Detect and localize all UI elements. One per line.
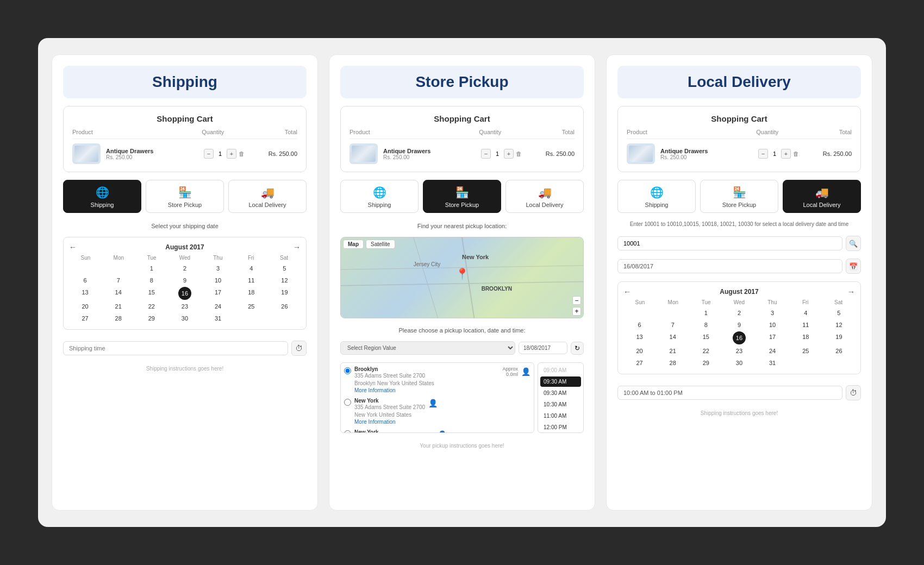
ld-zip-input[interactable] bbox=[617, 236, 842, 250]
shipping-time-wrap: ⏱ bbox=[63, 341, 307, 356]
ld-product-name: Antique Drawers bbox=[660, 148, 751, 154]
ld-cart-item: Antique Drawers Rs. 250.00 − 1 + 🗑 Rs. 2… bbox=[627, 143, 852, 164]
shipping-product-image bbox=[72, 143, 101, 164]
ld-qty-minus[interactable]: − bbox=[758, 149, 768, 159]
tab-store-pickup-label: Store Pickup bbox=[168, 202, 202, 208]
shipping-cal-next[interactable]: → bbox=[293, 243, 301, 252]
pickup-loc-newyork1-info: New York 335 Adams Street Suite 2700New … bbox=[354, 398, 425, 425]
shipping-qty-plus[interactable]: + bbox=[227, 149, 236, 159]
ld-search-btn[interactable]: 🔍 bbox=[846, 236, 861, 251]
ld-delivery-icon: 🚚 bbox=[815, 186, 829, 199]
ld-product-info: Antique Drawers Rs. 250.00 bbox=[660, 148, 751, 160]
shipping-instructions: Shipping instructions goes here! bbox=[63, 366, 307, 372]
sp-col-total: Total bbox=[519, 129, 575, 135]
ld-delivery-label: Local Delivery bbox=[803, 202, 840, 208]
sp-qty-plus[interactable]: + bbox=[504, 149, 514, 159]
local-delivery-tabs: 🌐 Shipping 🏪 Store Pickup 🚚 Local Delive… bbox=[617, 180, 861, 213]
shipping-qty-delete[interactable]: 🗑 bbox=[239, 150, 245, 157]
shipping-cal-days: 12345 6789101112 13141516171819 20212223… bbox=[69, 263, 301, 324]
timeslot-0900[interactable]: 09:00 AM bbox=[540, 365, 581, 375]
ld-shipping-label: Shipping bbox=[645, 202, 669, 208]
pickup-radio-brooklyn[interactable] bbox=[344, 367, 351, 374]
ld-zip-wrap: 🔍 bbox=[617, 236, 861, 251]
sp-qty-minus[interactable]: − bbox=[481, 149, 491, 159]
shipping-cart-title: Shopping Cart bbox=[72, 114, 297, 123]
shipping-qty-minus[interactable]: − bbox=[204, 149, 214, 159]
ld-cal-days: 12345 6789101112 13141516171819 20212223… bbox=[623, 307, 855, 368]
tab-shipping[interactable]: 🌐 Shipping bbox=[63, 180, 141, 213]
pickup-loc-newyork1: New York 335 Adams Street Suite 2700New … bbox=[344, 398, 530, 425]
ld-cal-days-header: SunMonTueWedThuFriSat bbox=[623, 299, 855, 305]
ld-cal-prev[interactable]: ← bbox=[623, 287, 631, 296]
store-pickup-cart-header: Product Quantity Total bbox=[349, 129, 575, 139]
timeslot-1030[interactable]: 10:30 AM bbox=[540, 399, 581, 410]
shipping-product-info: Antique Drawers Rs. 250.00 bbox=[106, 148, 196, 160]
store-pickup-tabs: 🌐 Shipping 🏪 Store Pickup 🚚 Local Delive… bbox=[340, 180, 584, 213]
map-placeholder: Map Satellite Jersey City New York BROOK… bbox=[341, 237, 583, 318]
sp-item-total: Rs. 250.00 bbox=[529, 150, 575, 157]
shipping-qty-control: − 1 + 🗑 bbox=[202, 149, 247, 159]
map-zoom-in[interactable]: + bbox=[572, 307, 581, 316]
timeslot-0930-sel[interactable]: 09:30 AM bbox=[540, 376, 581, 387]
sp-col-product: Product bbox=[349, 129, 462, 135]
tab-local-delivery[interactable]: 🚚 Local Delivery bbox=[228, 180, 307, 213]
ld-tab-local-delivery[interactable]: 🚚 Local Delivery bbox=[783, 180, 861, 213]
pickup-radio-newyork2[interactable] bbox=[344, 430, 351, 433]
pickup-date-input[interactable] bbox=[519, 342, 567, 354]
ld-tab-store-pickup[interactable]: 🏪 Store Pickup bbox=[700, 180, 778, 213]
ld-tab-shipping[interactable]: 🌐 Shipping bbox=[617, 180, 696, 213]
pickup-loc-newyork2-icon: 👤 bbox=[438, 430, 447, 433]
ld-date-wrap: 📅 bbox=[617, 259, 861, 274]
shipping-cart-item: Antique Drawers Rs. 250.00 − 1 + 🗑 Rs. 2… bbox=[72, 143, 297, 164]
pickup-loc-brooklyn: Brooklyn 335 Adams Street Suite 2700Broo… bbox=[344, 366, 530, 393]
ld-cal-btn[interactable]: 📅 bbox=[846, 259, 861, 274]
sp-shipping-label: Shipping bbox=[368, 202, 391, 208]
shipping-date-label: Select your shipping date bbox=[63, 223, 307, 229]
store-pickup-panel: Store Pickup Shopping Cart Product Quant… bbox=[329, 54, 595, 511]
svg-line-3 bbox=[341, 266, 583, 269]
ld-cal-header: ← August 2017 → bbox=[623, 287, 855, 296]
ld-clock-btn[interactable]: ⏱ bbox=[846, 385, 861, 400]
svg-line-2 bbox=[462, 237, 474, 318]
shipping-cal-prev[interactable]: ← bbox=[69, 243, 77, 252]
shipping-product-name: Antique Drawers bbox=[106, 148, 196, 154]
ld-cart-title: Shopping Cart bbox=[627, 114, 852, 123]
tab-store-pickup[interactable]: 🏪 Store Pickup bbox=[146, 180, 224, 213]
shipping-time-input[interactable] bbox=[63, 341, 288, 355]
sp-tab-store-pickup[interactable]: 🏪 Store Pickup bbox=[423, 180, 501, 213]
pickup-loc-newyork2-info: New York 330 Adams Street Suite 2702Broo… bbox=[354, 429, 434, 433]
sp-tab-shipping[interactable]: 🌐 Shipping bbox=[340, 180, 419, 213]
sp-qty-delete[interactable]: 🗑 bbox=[516, 150, 522, 157]
pickup-radio-newyork1[interactable] bbox=[344, 399, 351, 406]
shipping-title: Shipping bbox=[68, 73, 301, 91]
pickup-section-label: Please choose a pickup location, date an… bbox=[340, 327, 584, 334]
sp-product-info: Antique Drawers Rs. 250.00 bbox=[383, 148, 473, 160]
ld-col-qty: Quantity bbox=[739, 129, 796, 135]
ld-date-input[interactable] bbox=[617, 259, 842, 273]
sp-map-label: Find your nearest pickup location: bbox=[340, 223, 584, 229]
ld-qty-plus[interactable]: + bbox=[781, 149, 791, 159]
shipping-clock-btn[interactable]: ⏱ bbox=[291, 341, 307, 356]
store-pickup-title: Store Pickup bbox=[346, 73, 578, 91]
pickup-refresh-btn[interactable]: ↻ bbox=[571, 342, 584, 355]
shipping-tabs: 🌐 Shipping 🏪 Store Pickup 🚚 Local Delive… bbox=[63, 180, 307, 213]
tab-shipping-label: Shipping bbox=[91, 202, 114, 208]
pickup-loc-brooklyn-info: Brooklyn 335 Adams Street Suite 2700Broo… bbox=[354, 366, 434, 393]
map-zoom-out[interactable]: − bbox=[572, 296, 581, 305]
tab-local-delivery-label: Local Delivery bbox=[248, 202, 286, 208]
shipping-tab-icon: 🌐 bbox=[96, 186, 109, 199]
shipping-cart: Shopping Cart Product Quantity Total Ant… bbox=[63, 106, 307, 172]
ld-store-label: Store Pickup bbox=[722, 202, 756, 208]
ld-product-image bbox=[627, 143, 655, 164]
ld-time-input[interactable] bbox=[617, 386, 842, 400]
ld-col-total: Total bbox=[796, 129, 852, 135]
timeslot-0930[interactable]: 09:30 AM bbox=[540, 388, 581, 398]
ld-instructions: Shipping instructions goes here! bbox=[617, 410, 861, 416]
sp-tab-local-delivery[interactable]: 🚚 Local Delivery bbox=[505, 180, 584, 213]
pickup-region-select[interactable]: Select Region Value bbox=[340, 341, 515, 355]
timeslot-1100[interactable]: 11:00 AM bbox=[540, 411, 581, 421]
timeslot-1200[interactable]: 12:00 PM bbox=[540, 422, 581, 432]
ld-qty-delete[interactable]: 🗑 bbox=[793, 150, 799, 157]
shipping-calendar: ← August 2017 → SunMonTueWedThuFriSat 12… bbox=[63, 237, 307, 330]
ld-cal-next[interactable]: → bbox=[847, 287, 855, 296]
